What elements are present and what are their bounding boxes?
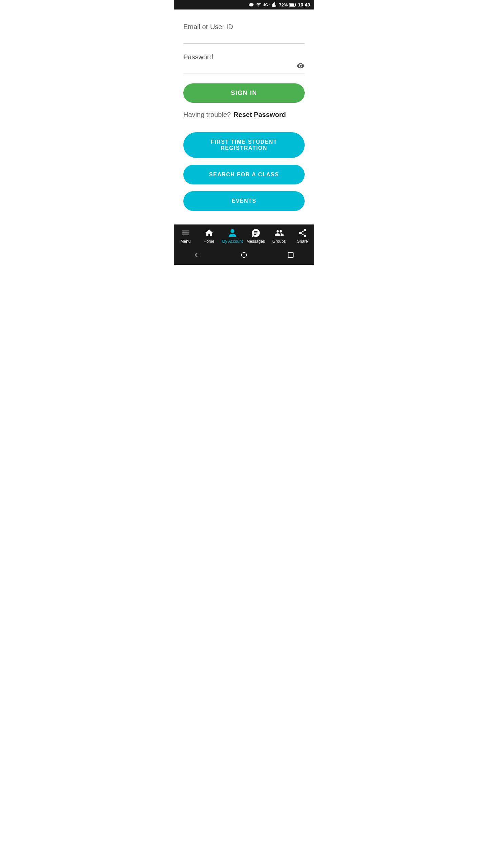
events-button[interactable]: EVENTS xyxy=(183,191,305,211)
registration-button[interactable]: FIRST TIME STUDENT REGISTRATION xyxy=(183,132,305,158)
nav-label-share: Share xyxy=(297,239,308,244)
nav-label-menu: Menu xyxy=(180,239,190,244)
nav-item-groups[interactable]: Groups xyxy=(267,228,291,244)
password-label: Password xyxy=(183,53,305,61)
groups-icon xyxy=(274,228,284,238)
nav-label-home: Home xyxy=(203,239,214,244)
svg-rect-2 xyxy=(290,3,294,6)
nav-item-home[interactable]: Home xyxy=(197,228,221,244)
password-input-wrapper xyxy=(183,64,305,74)
nav-item-share[interactable]: Share xyxy=(291,228,314,244)
email-input[interactable] xyxy=(183,34,305,41)
back-button[interactable] xyxy=(192,250,202,260)
status-bar: 4G⁺ 72% 10:49 xyxy=(174,0,314,9)
menu-icon xyxy=(181,228,190,238)
clock-time: 10:49 xyxy=(298,2,310,7)
bottom-nav: Menu Home My Account Messages Groups Sha… xyxy=(174,224,314,246)
messages-icon xyxy=(251,228,261,238)
toggle-password-icon[interactable] xyxy=(297,62,305,72)
nav-item-messages[interactable]: Messages xyxy=(244,228,267,244)
svg-rect-4 xyxy=(288,253,293,258)
login-form-container: Email or User ID Password SIGN IN Having… xyxy=(174,9,314,224)
password-input[interactable] xyxy=(183,64,305,72)
share-icon xyxy=(298,228,307,238)
status-icons: 4G⁺ 72% 10:49 xyxy=(249,2,310,7)
reset-password-link[interactable]: Reset Password xyxy=(233,111,286,119)
nav-label-messages: Messages xyxy=(246,239,265,244)
vibrate-icon xyxy=(249,2,254,7)
nav-label-myaccount: My Account xyxy=(222,239,243,244)
wifi-icon xyxy=(256,2,261,7)
nav-item-menu[interactable]: Menu xyxy=(174,228,197,244)
recents-button[interactable] xyxy=(286,250,296,260)
trouble-text: Having trouble? xyxy=(183,111,231,119)
email-field-group: Email or User ID xyxy=(183,23,305,44)
email-label: Email or User ID xyxy=(183,23,305,31)
myaccount-icon xyxy=(228,228,237,238)
home-button[interactable] xyxy=(239,250,249,260)
password-field-group: Password xyxy=(183,53,305,74)
svg-rect-1 xyxy=(296,4,297,6)
search-class-button[interactable]: SEARCH FOR A CLASS xyxy=(183,165,305,184)
trouble-row: Having trouble? Reset Password xyxy=(183,111,305,119)
svg-point-3 xyxy=(242,253,247,258)
nav-item-myaccount[interactable]: My Account xyxy=(221,228,244,244)
nav-label-groups: Groups xyxy=(272,239,286,244)
signal-icon xyxy=(272,2,277,7)
home-icon xyxy=(204,228,214,238)
signin-button[interactable]: SIGN IN xyxy=(183,83,305,103)
battery-percent: 72% xyxy=(279,2,288,7)
system-nav-bar xyxy=(174,246,314,265)
battery-icon xyxy=(289,2,296,7)
network-type: 4G⁺ xyxy=(263,3,270,7)
email-input-wrapper xyxy=(183,34,305,44)
